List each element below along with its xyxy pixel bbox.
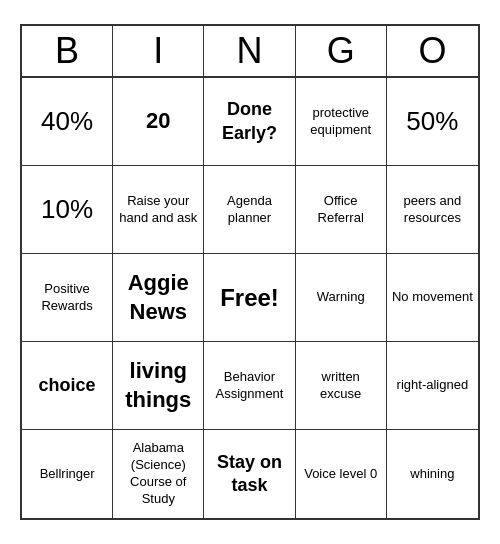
bingo-cell: Free! (204, 254, 295, 342)
bingo-header: BINGO (22, 26, 478, 78)
bingo-cell: Stay on task (204, 430, 295, 518)
bingo-cell: Voice level 0 (296, 430, 387, 518)
bingo-cell: Behavior Assignment (204, 342, 295, 430)
header-letter: N (204, 26, 295, 76)
bingo-cell: Positive Rewards (22, 254, 113, 342)
header-letter: O (387, 26, 478, 76)
bingo-cell: Warning (296, 254, 387, 342)
bingo-cell: 20 (113, 78, 204, 166)
bingo-cell: living things (113, 342, 204, 430)
bingo-cell: Agenda planner (204, 166, 295, 254)
bingo-cell: Office Referral (296, 166, 387, 254)
bingo-cell: Done Early? (204, 78, 295, 166)
bingo-cell: 10% (22, 166, 113, 254)
header-letter: I (113, 26, 204, 76)
header-letter: G (296, 26, 387, 76)
bingo-cell: No movement (387, 254, 478, 342)
bingo-cell: written excuse (296, 342, 387, 430)
bingo-cell: Raise your hand and ask (113, 166, 204, 254)
bingo-grid: 40%20Done Early?protective equipment50%1… (22, 78, 478, 518)
bingo-cell: whining (387, 430, 478, 518)
bingo-cell: peers and resources (387, 166, 478, 254)
bingo-cell: Aggie News (113, 254, 204, 342)
header-letter: B (22, 26, 113, 76)
bingo-cell: 50% (387, 78, 478, 166)
bingo-cell: choice (22, 342, 113, 430)
bingo-cell: 40% (22, 78, 113, 166)
bingo-cell: Alabama (Science) Course of Study (113, 430, 204, 518)
bingo-cell: right-aligned (387, 342, 478, 430)
bingo-cell: protective equipment (296, 78, 387, 166)
bingo-card: BINGO 40%20Done Early?protective equipme… (20, 24, 480, 520)
bingo-cell: Bellringer (22, 430, 113, 518)
